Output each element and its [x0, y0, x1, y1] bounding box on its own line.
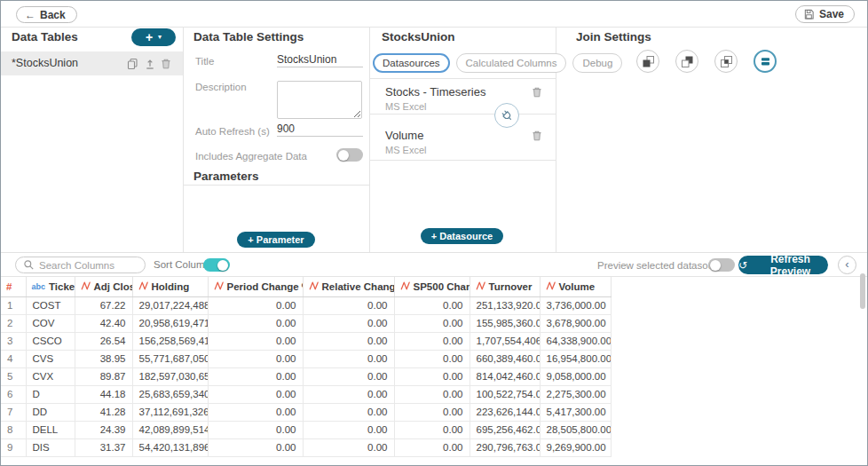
cell: 0.00	[394, 367, 470, 385]
cell: 42,089,899,514.56	[132, 421, 208, 438]
column-header-adj-close[interactable]: Adj Close	[75, 277, 132, 296]
datasource-item-name[interactable]: Volume	[385, 129, 423, 142]
vertical-scrollbar[interactable]	[860, 273, 865, 309]
cell: 41.28	[75, 403, 132, 421]
duplicate-icon[interactable]	[127, 58, 139, 70]
data-tables-panel-title: Data Tables	[12, 30, 78, 43]
column-header-[interactable]: #	[1, 277, 26, 296]
cell: 9,269,900.00	[540, 438, 611, 456]
delete-datasource-icon[interactable]	[531, 130, 543, 142]
tabs-divider	[370, 78, 556, 79]
tab-debug[interactable]: Debug	[572, 53, 622, 73]
row-index-cell: 8	[1, 421, 26, 438]
join-connector-icon[interactable]	[494, 103, 519, 128]
left-join-icon[interactable]	[636, 50, 659, 73]
column-header-sp500-change[interactable]: SP500 Change	[394, 277, 470, 296]
datasource-settings-screen: ← Back Save Data Tables + ▾ *StocksUnion…	[0, 0, 868, 466]
datasource-tabs: Datasources Calculated Columns Debug	[373, 53, 622, 73]
numeric-type-icon	[214, 282, 224, 293]
save-button[interactable]: Save	[795, 5, 855, 23]
save-icon	[803, 8, 815, 20]
row-index-cell: 4	[1, 350, 26, 367]
table-row: 1COST67.2229,017,224,488.420.000.000.002…	[1, 296, 611, 314]
cell: 660,389,460.00	[470, 350, 540, 367]
union-join-icon[interactable]	[754, 50, 777, 73]
cell: 0.00	[394, 314, 470, 332]
cell: 2,275,300.00	[540, 385, 611, 403]
cell: 0.00	[208, 421, 303, 438]
parameters-section-title: Parameters	[193, 170, 259, 183]
preview-toolbar: Sort Columns Preview selected datasource…	[1, 253, 867, 277]
cell: 0.00	[394, 438, 470, 456]
aggregate-data-toggle[interactable]	[336, 148, 363, 162]
column-header-turnover[interactable]: Turnover	[470, 277, 540, 296]
search-columns-field[interactable]	[15, 257, 146, 273]
cell: COST	[26, 296, 75, 314]
table-body: 1COST67.2229,017,224,488.420.000.000.002…	[1, 296, 611, 456]
column-header-period-change[interactable]: Period Change %	[208, 277, 303, 296]
cell: 182,597,030,658.35	[132, 367, 208, 385]
cell: 251,133,920.00	[470, 296, 540, 314]
cell: D	[26, 385, 75, 403]
right-join-icon[interactable]	[675, 50, 698, 73]
cell: 290,796,763.00	[470, 438, 540, 456]
cell: CVX	[26, 367, 75, 385]
cell: 55,771,687,050.00	[132, 350, 208, 367]
cell: 20,958,619,471.20	[132, 314, 208, 332]
export-icon[interactable]	[144, 58, 156, 70]
delete-icon[interactable]	[160, 58, 172, 70]
cell: 0.00	[208, 385, 303, 403]
table-head: #abcTickerAdj CloseHoldingPeriod Change …	[1, 277, 611, 296]
row-index-cell: 2	[1, 314, 26, 332]
cell: 0.00	[303, 350, 394, 367]
text-type-icon: abc	[32, 282, 46, 291]
cell: 37,112,691,326.40	[132, 403, 208, 421]
delete-datasource-icon[interactable]	[531, 86, 543, 99]
column-header-relative-change[interactable]: Relative Change	[303, 277, 394, 296]
table-row: 8DELL24.3942,089,899,514.560.000.000.006…	[1, 421, 611, 438]
collapse-panel-button[interactable]: ‹	[838, 256, 856, 274]
datasource-item-name[interactable]: Stocks - Timeseries	[385, 85, 485, 99]
cell: 0.00	[208, 332, 303, 350]
preview-selected-toggle[interactable]	[708, 258, 735, 272]
cell: 0.00	[303, 314, 394, 332]
panel-divider	[369, 28, 370, 252]
data-table-list-item[interactable]: *StocksUnion	[1, 51, 183, 75]
cell: 0.00	[208, 367, 303, 385]
auto-refresh-input[interactable]	[277, 122, 363, 137]
save-button-label: Save	[819, 8, 844, 20]
cell: CSCO	[26, 332, 75, 350]
description-input[interactable]	[277, 81, 362, 119]
tab-calculated-columns[interactable]: Calculated Columns	[456, 53, 567, 73]
column-header-volume[interactable]: Volume	[540, 277, 611, 296]
inner-join-icon[interactable]	[714, 50, 738, 73]
add-data-table-button[interactable]: + ▾	[131, 28, 176, 46]
cell: 223,626,144.00	[470, 403, 540, 421]
cell: 0.00	[208, 403, 303, 421]
back-button[interactable]: ← Back	[16, 6, 77, 23]
sort-columns-toggle[interactable]	[203, 258, 230, 272]
toggle-knob	[710, 260, 721, 271]
cell: 0.00	[303, 332, 394, 350]
preview-section: Sort Columns Preview selected datasource…	[1, 252, 867, 466]
row-index-cell: 3	[1, 332, 26, 350]
datasource-divider	[370, 114, 556, 115]
add-parameter-button[interactable]: + Parameter	[237, 232, 315, 248]
datasource-item-type: MS Excel	[385, 101, 426, 112]
index-column-glyph: #	[6, 281, 12, 292]
numeric-type-icon	[138, 282, 148, 293]
cell: 0.00	[394, 296, 470, 314]
cell: 0.00	[303, 367, 394, 385]
column-header-ticker[interactable]: abcTicker	[26, 277, 75, 296]
title-input[interactable]	[277, 52, 363, 67]
cell: 0.00	[303, 438, 394, 456]
add-datasource-button[interactable]: + Datasource	[421, 228, 503, 244]
preview-table: #abcTickerAdj CloseHoldingPeriod Change …	[1, 277, 612, 457]
column-header-holding[interactable]: Holding	[132, 277, 208, 296]
title-field-label: Title	[195, 56, 214, 67]
cell: 42.40	[75, 314, 132, 332]
tab-datasources[interactable]: Datasources	[373, 53, 450, 73]
cell: DIS	[26, 438, 75, 456]
refresh-preview-button[interactable]: ↺ Refresh Preview	[738, 256, 828, 274]
search-columns-input[interactable]	[39, 260, 137, 271]
